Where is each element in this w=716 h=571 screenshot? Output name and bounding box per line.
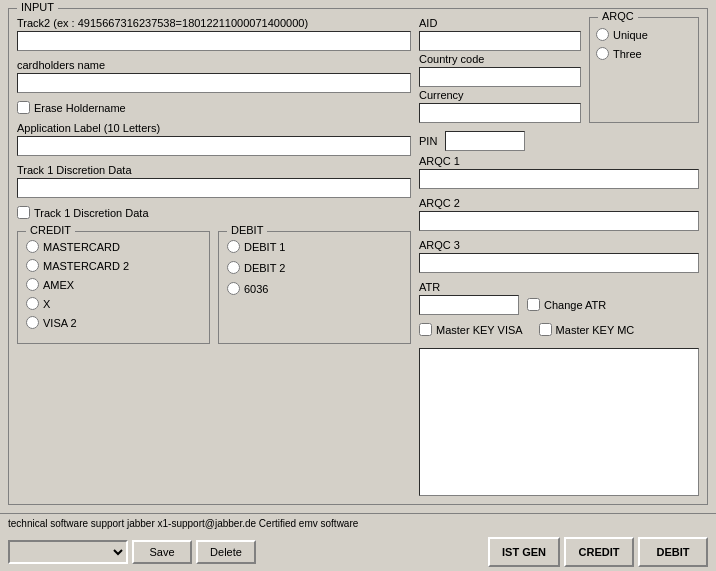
erase-holdername-checkbox[interactable]: [17, 101, 30, 114]
right-panel: AID Country code Currency ARQC Unique: [419, 17, 699, 496]
app-label-input[interactable]: [17, 136, 411, 156]
pin-label: PIN: [419, 135, 437, 147]
country-code-input[interactable]: [419, 67, 581, 87]
radio-debit1: DEBIT 1: [227, 240, 402, 253]
6036-label: 6036: [244, 283, 268, 295]
radio-amex-input[interactable]: [26, 278, 39, 291]
arqc3-label: ARQC 3: [419, 239, 699, 251]
arqc1-label: ARQC 1: [419, 155, 699, 167]
radio-unique-input[interactable]: [596, 28, 609, 41]
arqc-legend: ARQC: [598, 10, 638, 22]
bottom-bar: Save Delete IST GEN CREDIT DEBIT: [0, 533, 716, 571]
left-panel: Track2 (ex : 4915667316237538=1801221100…: [17, 17, 411, 496]
mastercard-label: MASTERCARD: [43, 241, 120, 253]
sub-groups: CREDIT MASTERCARD MASTERCARD 2 AMEX: [17, 231, 411, 344]
pin-row: PIN: [419, 131, 699, 151]
master-key-visa-checkbox[interactable]: [419, 323, 432, 336]
track2-field: Track2 (ex : 4915667316237538=1801221100…: [17, 17, 411, 51]
track1-input[interactable]: [17, 178, 411, 198]
track1-label: Track 1 Discretion Data: [17, 164, 411, 176]
master-key-visa-label: Master KEY VISA: [436, 324, 523, 336]
three-label: Three: [613, 48, 642, 60]
currency-label: Currency: [419, 89, 581, 101]
arqc1-input[interactable]: [419, 169, 699, 189]
arqc2-field: ARQC 2: [419, 197, 699, 231]
aid-input[interactable]: [419, 31, 581, 51]
radio-visa2-input[interactable]: [26, 316, 39, 329]
debit2-label: DEBIT 2: [244, 262, 285, 274]
arqc3-input[interactable]: [419, 253, 699, 273]
output-area: [419, 348, 699, 496]
mastercard2-label: MASTERCARD 2: [43, 260, 129, 272]
app-label-label: Application Label (10 Letters): [17, 122, 411, 134]
radio-mastercard: MASTERCARD: [26, 240, 201, 253]
radio-debit1-input[interactable]: [227, 240, 240, 253]
radio-three: Three: [596, 47, 692, 60]
radio-mastercard-input[interactable]: [26, 240, 39, 253]
change-atr-label: Change ATR: [544, 299, 606, 311]
erase-holdername-row: Erase Holdername: [17, 101, 411, 114]
input-legend: INPUT: [17, 1, 58, 13]
cardholder-label: cardholders name: [17, 59, 411, 71]
track1-checkbox-label: Track 1 Discretion Data: [34, 207, 149, 219]
radio-6036-input[interactable]: [227, 282, 240, 295]
arqc2-input[interactable]: [419, 211, 699, 231]
track1-checkbox[interactable]: [17, 206, 30, 219]
type-select[interactable]: [8, 540, 128, 564]
atr-input[interactable]: [419, 295, 519, 315]
radio-amex: AMEX: [26, 278, 201, 291]
track1-checkbox-row: Track 1 Discretion Data: [17, 206, 411, 219]
input-group: INPUT Track2 (ex : 4915667316237538=1801…: [8, 8, 708, 505]
amex-label: AMEX: [43, 279, 74, 291]
radio-x-input[interactable]: [26, 297, 39, 310]
ist-gen-button[interactable]: IST GEN: [488, 537, 560, 567]
save-button[interactable]: Save: [132, 540, 192, 564]
status-text: technical software support jabber x1-sup…: [8, 518, 708, 529]
master-key-visa-row: Master KEY VISA: [419, 323, 523, 336]
radio-debit2-input[interactable]: [227, 261, 240, 274]
credit-button[interactable]: CREDIT: [564, 537, 634, 567]
master-key-mc-row: Master KEY MC: [539, 323, 635, 336]
credit-legend: CREDIT: [26, 224, 75, 236]
change-atr-checkbox[interactable]: [527, 298, 540, 311]
radio-three-input[interactable]: [596, 47, 609, 60]
master-key-mc-checkbox[interactable]: [539, 323, 552, 336]
atr-row: ATR Change ATR: [419, 281, 699, 315]
cardholder-input[interactable]: [17, 73, 411, 93]
atr-col: ATR: [419, 281, 519, 315]
radio-debit2: DEBIT 2: [227, 261, 402, 274]
radio-visa2: VISA 2: [26, 316, 201, 329]
radio-mastercard2: MASTERCARD 2: [26, 259, 201, 272]
debit-legend: DEBIT: [227, 224, 267, 236]
delete-button[interactable]: Delete: [196, 540, 256, 564]
arqc1-field: ARQC 1: [419, 155, 699, 189]
track2-input[interactable]: [17, 31, 411, 51]
arqc2-label: ARQC 2: [419, 197, 699, 209]
status-bar: technical software support jabber x1-sup…: [0, 513, 716, 533]
radio-unique: Unique: [596, 28, 692, 41]
aid-col: AID Country code Currency: [419, 17, 581, 123]
master-key-mc-label: Master KEY MC: [556, 324, 635, 336]
radio-mastercard2-input[interactable]: [26, 259, 39, 272]
currency-input[interactable]: [419, 103, 581, 123]
radio-6036: 6036: [227, 282, 402, 295]
change-atr-row: Change ATR: [527, 298, 606, 311]
debit-group: DEBIT DEBIT 1 DEBIT 2 6036: [218, 231, 411, 344]
atr-label: ATR: [419, 281, 519, 293]
radio-x: X: [26, 297, 201, 310]
aid-label: AID: [419, 17, 581, 29]
arqc-group: ARQC Unique Three: [589, 17, 699, 123]
country-code-label: Country code: [419, 53, 581, 65]
debit-button[interactable]: DEBIT: [638, 537, 708, 567]
visa2-label: VISA 2: [43, 317, 77, 329]
pin-input[interactable]: [445, 131, 525, 151]
erase-holdername-label: Erase Holdername: [34, 102, 126, 114]
credit-group: CREDIT MASTERCARD MASTERCARD 2 AMEX: [17, 231, 210, 344]
track2-label: Track2 (ex : 4915667316237538=1801221100…: [17, 17, 411, 29]
arqc3-field: ARQC 3: [419, 239, 699, 273]
x-label: X: [43, 298, 50, 310]
cardholder-field: cardholders name: [17, 59, 411, 93]
track1-field: Track 1 Discretion Data: [17, 164, 411, 198]
debit1-label: DEBIT 1: [244, 241, 285, 253]
unique-label: Unique: [613, 29, 648, 41]
